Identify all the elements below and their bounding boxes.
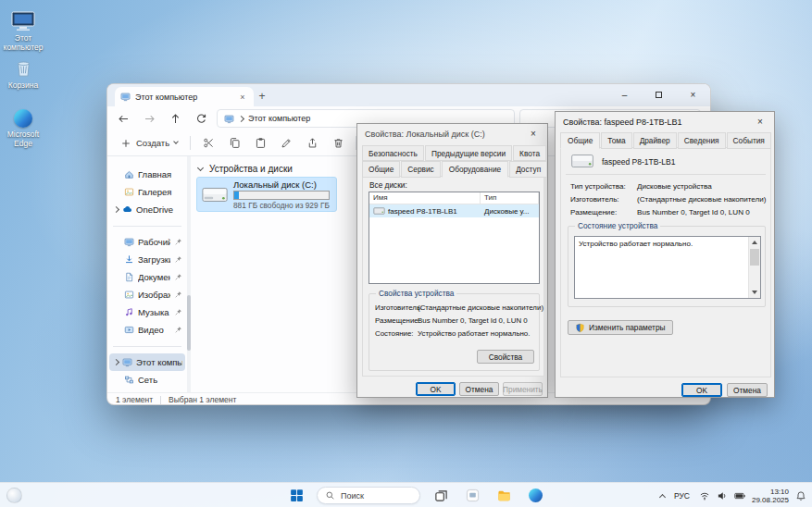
ok-button[interactable]: OK xyxy=(416,382,456,396)
dialog-title-bar[interactable]: Свойства: Локальный диск (C:) × xyxy=(357,124,547,143)
manufacturer-value: (Стандартные дисковые накопители) xyxy=(418,303,543,312)
show-hidden-icons-chevron[interactable] xyxy=(659,493,666,500)
ok-button[interactable]: OK xyxy=(681,383,722,397)
location-label: Размещение: xyxy=(375,316,418,325)
scroll-down-button[interactable] xyxy=(749,287,760,298)
column-type[interactable]: Тип xyxy=(481,192,539,204)
cancel-button[interactable]: Отмена xyxy=(727,383,768,397)
sidebar-item-documents[interactable]: Документы xyxy=(109,268,185,286)
chevron-down-icon[interactable] xyxy=(197,164,204,170)
edge-button[interactable] xyxy=(524,485,546,507)
maximize-icon xyxy=(656,92,662,98)
dialog-title-bar[interactable]: Свойства: faspeed P8-1TB-LB1 × xyxy=(556,112,774,131)
language-indicator[interactable]: РУС xyxy=(671,489,693,502)
disk-list[interactable]: Имя Тип faspeed P8-1TB-LB1 Дисковые у... xyxy=(369,192,540,284)
tab-general[interactable]: Общие xyxy=(560,132,600,149)
close-icon[interactable]: × xyxy=(519,124,547,143)
new-button[interactable]: Создать xyxy=(115,135,183,152)
widgets-icon[interactable] xyxy=(6,488,22,503)
desktop: Этот компьютер Корзина Microsoft Edge Эт… xyxy=(0,0,812,507)
forward-button[interactable] xyxy=(139,109,160,129)
desktop-icon-recycle-bin[interactable]: Корзина xyxy=(2,57,44,90)
sidebar-item-network[interactable]: Сеть xyxy=(109,371,185,389)
sidebar-item-videos[interactable]: Видео xyxy=(109,321,185,339)
copy-button[interactable] xyxy=(223,133,245,154)
clock[interactable]: 13:10 29.08.2025 xyxy=(752,488,789,504)
task-view-button[interactable] xyxy=(430,485,452,507)
device-status-textarea[interactable]: Устройство работает нормально. xyxy=(574,236,761,299)
tab-events[interactable]: События xyxy=(727,132,771,149)
refresh-button[interactable] xyxy=(191,109,212,129)
apply-button[interactable]: Применить xyxy=(503,382,543,396)
file-explorer-button[interactable] xyxy=(493,485,515,507)
music-icon xyxy=(124,307,134,317)
scrollbar-thumb[interactable] xyxy=(750,249,759,266)
paste-button[interactable] xyxy=(249,133,271,154)
group-title: Свойства устройства xyxy=(376,289,456,298)
uac-shield-icon xyxy=(575,323,585,333)
maximize-button[interactable] xyxy=(642,84,676,105)
tab-volumes[interactable]: Тома xyxy=(601,132,631,149)
folder-icon xyxy=(497,488,511,502)
desktop-icon-edge[interactable]: Microsoft Edge xyxy=(2,109,44,148)
sidebar-item-this-pc[interactable]: Этот компьютер xyxy=(109,353,185,371)
battery-icon[interactable] xyxy=(734,490,745,501)
tab-close-icon[interactable]: × xyxy=(237,93,248,102)
sidebar-item-music[interactable]: Музыка xyxy=(109,303,185,321)
manufacturer-label: Изготовитель: xyxy=(375,303,418,312)
desktop-icon-this-pc[interactable]: Этот компьютер xyxy=(2,11,44,52)
close-icon[interactable]: × xyxy=(746,112,774,131)
chevron-right-icon[interactable] xyxy=(113,359,119,365)
breadcrumb[interactable]: Этот компьютер xyxy=(248,114,310,123)
start-button[interactable] xyxy=(285,485,307,507)
back-button[interactable] xyxy=(113,109,134,129)
cut-button[interactable] xyxy=(197,133,219,154)
tab-quota[interactable]: Квота xyxy=(513,145,546,161)
taskbar-search[interactable]: Поиск xyxy=(317,487,420,504)
cancel-button[interactable]: Отмена xyxy=(459,382,499,396)
share-button[interactable] xyxy=(301,133,323,154)
wifi-icon[interactable] xyxy=(699,490,710,501)
chevron-right-icon[interactable] xyxy=(113,206,119,213)
change-settings-button[interactable]: Изменить параметры xyxy=(568,320,673,335)
tab-hardware[interactable]: Оборудование xyxy=(442,161,508,178)
toolbar-separator xyxy=(190,136,191,150)
tab-sharing[interactable]: Доступ xyxy=(509,161,547,178)
scrollbar-track[interactable] xyxy=(749,248,760,287)
sidebar-item-pictures[interactable]: Изображения xyxy=(109,286,185,303)
refresh-icon xyxy=(195,113,207,125)
sidebar-item-desktop[interactable]: Рабочий сто... xyxy=(109,233,185,251)
delete-button[interactable] xyxy=(327,133,349,154)
time: 13:10 xyxy=(752,488,789,496)
new-tab-button[interactable]: + xyxy=(254,88,270,105)
minimize-button[interactable]: – xyxy=(607,84,642,105)
textarea-scrollbar[interactable] xyxy=(748,237,760,298)
pictures-icon xyxy=(124,290,134,300)
app-button[interactable] xyxy=(461,485,483,507)
notification-bell-icon[interactable] xyxy=(795,490,806,501)
disk-row[interactable]: faspeed P8-1TB-LB1 Дисковые у... xyxy=(369,204,539,217)
drive-item-c[interactable]: Локальный диск (C:) 881 ГБ свободно из 9… xyxy=(196,177,337,212)
tab-tools[interactable]: Сервис xyxy=(401,161,440,178)
sidebar-item-home[interactable]: Главная xyxy=(109,166,185,183)
tab-details[interactable]: Сведения xyxy=(678,132,726,149)
rename-button[interactable] xyxy=(275,133,297,154)
sidebar-item-gallery[interactable]: Галерея xyxy=(109,183,185,201)
tab-security[interactable]: Безопасность xyxy=(362,145,424,161)
hardware-tab-page: Все диски: Имя Тип faspeed P8-1TB-LB1 Ди… xyxy=(362,176,544,377)
up-button[interactable] xyxy=(165,109,186,129)
device-status-text: Устройство работает нормально. xyxy=(575,237,748,298)
hard-drive-icon xyxy=(201,180,229,208)
scroll-up-button[interactable] xyxy=(749,237,760,248)
tab-general[interactable]: Общие xyxy=(362,161,400,178)
volume-icon[interactable] xyxy=(717,490,728,501)
sidebar-item-downloads[interactable]: Загрузки xyxy=(109,251,185,268)
tab-driver[interactable]: Драйвер xyxy=(633,132,677,149)
explorer-tab[interactable]: Этот компьютер × xyxy=(115,87,254,106)
column-name[interactable]: Имя xyxy=(369,192,481,204)
sidebar-item-onedrive[interactable]: OneDrive xyxy=(109,201,185,218)
close-button[interactable]: × xyxy=(676,84,710,105)
device-properties-button[interactable]: Свойства xyxy=(477,350,534,364)
section-header-devices[interactable]: Устройства и диски xyxy=(198,164,293,174)
tab-previous-versions[interactable]: Предыдущие версии xyxy=(425,145,512,161)
